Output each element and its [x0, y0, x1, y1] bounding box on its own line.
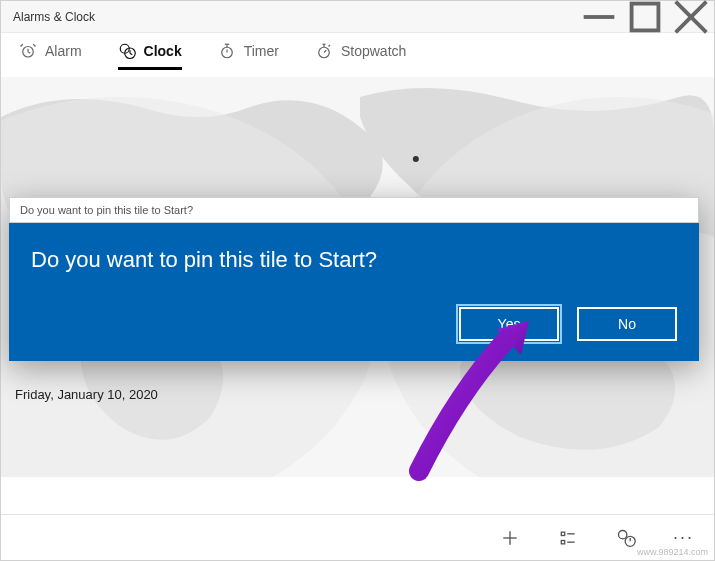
maximize-button[interactable]: [622, 1, 668, 33]
select-button[interactable]: [557, 527, 579, 549]
tab-alarm[interactable]: Alarm: [19, 42, 82, 68]
svg-line-12: [130, 53, 132, 55]
svg-line-6: [28, 52, 30, 54]
window-controls: [576, 1, 714, 33]
stopwatch-icon: [315, 42, 333, 60]
minimize-button[interactable]: [576, 1, 622, 33]
dialog-body: Do you want to pin this tile to Start? Y…: [9, 223, 699, 361]
tab-alarm-label: Alarm: [45, 43, 82, 59]
more-button[interactable]: ···: [673, 527, 694, 548]
app-window: Alarms & Clock Alarm Clock: [0, 0, 715, 561]
svg-rect-29: [561, 532, 564, 535]
watermark: www.989214.com: [637, 547, 708, 557]
alarm-icon: [19, 42, 37, 60]
close-button[interactable]: [668, 1, 714, 33]
tab-timer[interactable]: Timer: [218, 42, 279, 68]
timer-icon: [218, 42, 236, 60]
dialog-actions: Yes No: [31, 307, 677, 341]
command-bar: ···: [1, 514, 714, 560]
tab-clock[interactable]: Clock: [118, 42, 182, 68]
svg-line-8: [33, 44, 35, 46]
svg-point-33: [618, 530, 626, 538]
dialog-titlebar: Do you want to pin this tile to Start?: [9, 197, 699, 223]
svg-rect-31: [561, 540, 564, 543]
yes-button-label: Yes: [498, 316, 521, 332]
tab-stopwatch-label: Stopwatch: [341, 43, 406, 59]
svg-line-21: [328, 45, 330, 47]
svg-point-25: [413, 156, 419, 162]
dialog-message: Do you want to pin this tile to Start?: [31, 247, 677, 273]
no-button-label: No: [618, 316, 636, 332]
window-title: Alarms & Clock: [13, 10, 95, 24]
tab-stopwatch[interactable]: Stopwatch: [315, 42, 406, 68]
current-date-label: Friday, January 10, 2020: [15, 387, 158, 402]
tab-clock-label: Clock: [144, 43, 182, 59]
svg-line-7: [21, 44, 23, 46]
titlebar: Alarms & Clock: [1, 1, 714, 33]
tab-timer-label: Timer: [244, 43, 279, 59]
svg-rect-1: [632, 3, 659, 30]
svg-line-18: [324, 50, 326, 52]
yes-button[interactable]: Yes: [459, 307, 559, 341]
no-button[interactable]: No: [577, 307, 677, 341]
tab-bar: Alarm Clock Timer Stopwatch: [1, 33, 714, 77]
add-clock-button[interactable]: [499, 527, 521, 549]
pin-to-start-dialog: Do you want to pin this tile to Start? D…: [9, 197, 699, 361]
clock-icon: [118, 42, 136, 60]
pin-button[interactable]: [615, 527, 637, 549]
